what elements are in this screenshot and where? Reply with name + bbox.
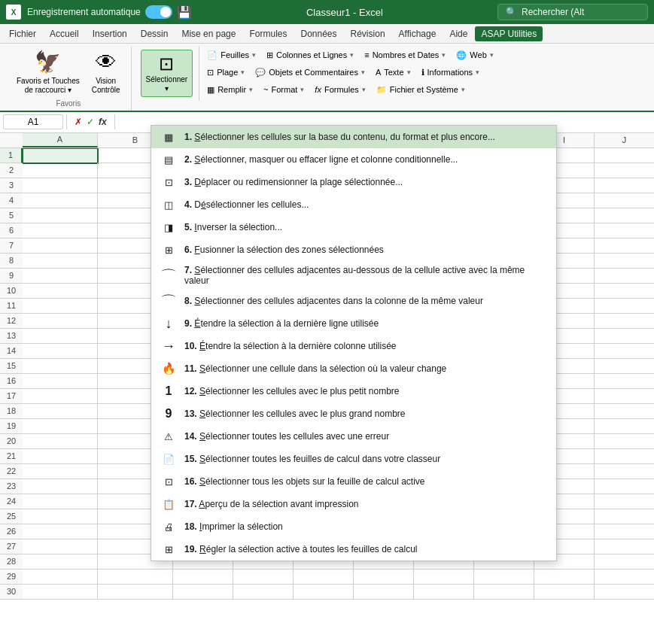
row-header-20[interactable]: 20 bbox=[0, 434, 23, 449]
dropdown-item-3[interactable]: ⊡ 3. Déplacer ou redimensionner la plage… bbox=[151, 171, 556, 193]
cell-J16[interactable] bbox=[595, 374, 654, 389]
row-header-23[interactable]: 23 bbox=[0, 479, 23, 494]
cell-A30[interactable] bbox=[23, 585, 98, 600]
row-header-2[interactable]: 2 bbox=[0, 163, 23, 178]
row-header-28[interactable]: 28 bbox=[0, 554, 23, 570]
dropdown-item-7[interactable]: ⌒ 7. Sélectionner des cellules adjacente… bbox=[151, 261, 556, 290]
row-header-3[interactable]: 3 bbox=[0, 178, 23, 193]
cell-J11[interactable] bbox=[595, 299, 654, 314]
cell-A7[interactable] bbox=[23, 238, 98, 254]
cell-G29[interactable] bbox=[414, 570, 474, 585]
row-header-5[interactable]: 5 bbox=[0, 208, 23, 223]
row-header-10[interactable]: 10 bbox=[0, 284, 23, 299]
row-header-9[interactable]: 9 bbox=[0, 269, 23, 284]
ribbon-btn-informations[interactable]: ℹ Informations ▾ bbox=[417, 64, 485, 80]
ribbon-btn-plage[interactable]: ⊡ Plage ▾ bbox=[202, 64, 249, 80]
cell-A1[interactable] bbox=[23, 148, 98, 163]
row-header-26[interactable]: 26 bbox=[0, 524, 23, 539]
cell-J10[interactable] bbox=[595, 284, 654, 299]
cell-I30[interactable] bbox=[534, 585, 595, 600]
row-header-25[interactable]: 25 bbox=[0, 509, 23, 524]
cell-F29[interactable] bbox=[354, 570, 414, 585]
cell-E30[interactable] bbox=[294, 585, 354, 600]
dropdown-item-4[interactable]: ◫ 4. Désélectionner les cellules... bbox=[151, 193, 556, 216]
cell-B30[interactable] bbox=[98, 585, 173, 600]
cell-J13[interactable] bbox=[595, 329, 654, 344]
cell-A28[interactable] bbox=[23, 554, 98, 570]
row-header-8[interactable]: 8 bbox=[0, 254, 23, 269]
ribbon-btn-fichier-systeme[interactable]: 📁 Fichier et Système ▾ bbox=[372, 81, 470, 98]
menu-insertion[interactable]: Insertion bbox=[87, 26, 133, 41]
cell-J24[interactable] bbox=[595, 494, 654, 509]
row-header-1[interactable]: 1 bbox=[0, 148, 23, 163]
cell-D29[interactable] bbox=[233, 570, 294, 585]
row-header-30[interactable]: 30 bbox=[0, 585, 23, 600]
dropdown-item-6[interactable]: ⊞ 6. Fusionner la sélection des zones sé… bbox=[151, 238, 556, 261]
cell-J5[interactable] bbox=[595, 208, 654, 223]
autosave-toggle[interactable] bbox=[145, 5, 172, 19]
ribbon-btn-web[interactable]: 🌐 Web ▾ bbox=[452, 47, 497, 63]
cell-A17[interactable] bbox=[23, 389, 98, 404]
cell-E29[interactable] bbox=[294, 570, 354, 585]
cell-B29[interactable] bbox=[98, 570, 173, 585]
col-header-A[interactable]: A bbox=[23, 133, 98, 147]
cell-J8[interactable] bbox=[595, 254, 654, 269]
cell-H30[interactable] bbox=[474, 585, 534, 600]
cell-J19[interactable] bbox=[595, 419, 654, 434]
ribbon-btn-selectionner[interactable]: ⊡ Sélectionner▾ bbox=[141, 50, 193, 97]
cell-A24[interactable] bbox=[23, 494, 98, 509]
cell-A29[interactable] bbox=[23, 570, 98, 585]
cell-A16[interactable] bbox=[23, 374, 98, 389]
cell-J28[interactable] bbox=[595, 554, 654, 570]
row-header-21[interactable]: 21 bbox=[0, 449, 23, 464]
cell-A9[interactable] bbox=[23, 269, 98, 284]
dropdown-item-8[interactable]: ⌒ 8. Sélectionner des cellules adjacente… bbox=[151, 290, 556, 312]
ribbon-btn-vision[interactable]: 👁 VisionContrôle bbox=[87, 47, 125, 98]
cell-G30[interactable] bbox=[414, 585, 474, 600]
row-header-16[interactable]: 16 bbox=[0, 374, 23, 389]
ribbon-btn-format[interactable]: ~ Format ▾ bbox=[259, 81, 309, 98]
cell-J27[interactable] bbox=[595, 539, 654, 554]
cell-J23[interactable] bbox=[595, 479, 654, 494]
cell-J20[interactable] bbox=[595, 434, 654, 449]
row-header-14[interactable]: 14 bbox=[0, 344, 23, 359]
cell-A5[interactable] bbox=[23, 208, 98, 223]
dropdown-item-5[interactable]: ◨ 5. Inverser la sélection... bbox=[151, 216, 556, 238]
cell-J12[interactable] bbox=[595, 314, 654, 329]
dropdown-item-18[interactable]: 🖨 18. Imprimer la sélection bbox=[151, 515, 556, 538]
cell-J21[interactable] bbox=[595, 449, 654, 464]
cell-J26[interactable] bbox=[595, 524, 654, 539]
cell-D30[interactable] bbox=[233, 585, 294, 600]
row-header-4[interactable]: 4 bbox=[0, 193, 23, 208]
cell-J1[interactable] bbox=[595, 148, 654, 163]
menu-mise-en-page[interactable]: Mise en page bbox=[175, 26, 242, 41]
row-header-15[interactable]: 15 bbox=[0, 359, 23, 374]
row-header-7[interactable]: 7 bbox=[0, 238, 23, 254]
ribbon-btn-objets[interactable]: 💬 Objets et Commentaires ▾ bbox=[251, 64, 370, 80]
cell-A22[interactable] bbox=[23, 464, 98, 479]
ribbon-btn-favoris[interactable]: 🦅 Favoris et Touchesde raccourci ▾ bbox=[12, 47, 84, 98]
cell-I29[interactable] bbox=[534, 570, 595, 585]
dropdown-item-1[interactable]: ▦ 1. Sélectionner les cellules sur la ba… bbox=[151, 126, 556, 148]
ribbon-btn-feuilles[interactable]: 📄 Feuilles ▾ bbox=[202, 47, 260, 63]
cell-J18[interactable] bbox=[595, 404, 654, 419]
menu-accueil[interactable]: Accueil bbox=[44, 26, 85, 41]
menu-fichier[interactable]: Fichier bbox=[3, 26, 42, 41]
cell-reference[interactable] bbox=[3, 114, 63, 129]
cell-A27[interactable] bbox=[23, 539, 98, 554]
cell-A25[interactable] bbox=[23, 509, 98, 524]
cell-J29[interactable] bbox=[595, 570, 654, 585]
cell-A4[interactable] bbox=[23, 193, 98, 208]
cell-A15[interactable] bbox=[23, 359, 98, 374]
cell-A8[interactable] bbox=[23, 254, 98, 269]
dropdown-item-19[interactable]: ⊞ 19. Régler la sélection active à toute… bbox=[151, 538, 556, 560]
cell-A21[interactable] bbox=[23, 449, 98, 464]
menu-affichage[interactable]: Affichage bbox=[393, 26, 443, 41]
col-header-J[interactable]: J bbox=[595, 133, 654, 147]
row-header-18[interactable]: 18 bbox=[0, 404, 23, 419]
dropdown-item-10[interactable]: → 10. Étendre la sélection à la dernière… bbox=[151, 335, 556, 357]
cell-A10[interactable] bbox=[23, 284, 98, 299]
cell-J15[interactable] bbox=[595, 359, 654, 374]
menu-dessin[interactable]: Dessin bbox=[135, 26, 175, 41]
dropdown-item-14[interactable]: ⚠ 14. Sélectionner toutes les cellules a… bbox=[151, 425, 556, 448]
